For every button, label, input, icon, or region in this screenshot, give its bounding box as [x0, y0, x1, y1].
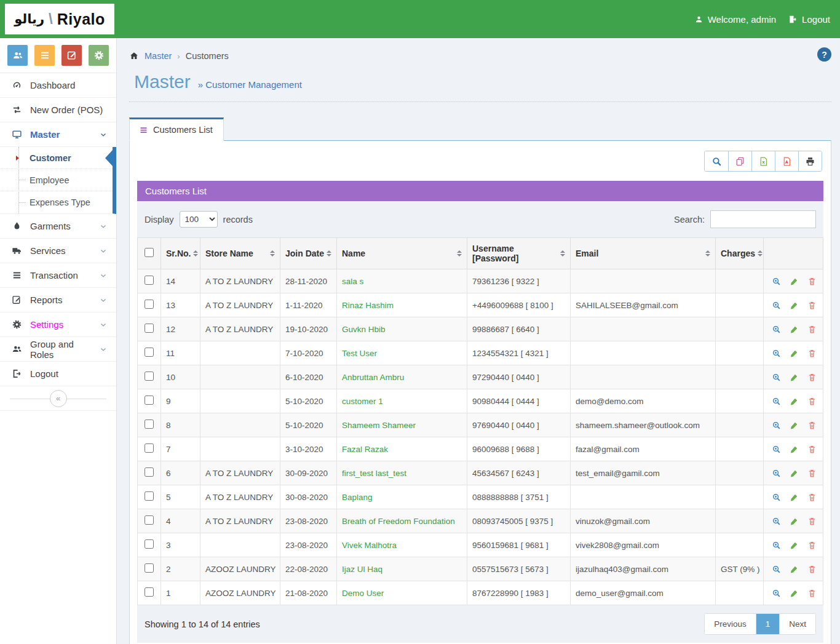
sidebar-item-logout[interactable]: Logout	[0, 362, 116, 386]
sidebar-item-customer[interactable]: Customer	[0, 147, 113, 169]
copy-button[interactable]	[728, 151, 751, 171]
row-checkbox[interactable]	[145, 539, 154, 549]
view-icon[interactable]	[772, 421, 781, 430]
select-all-checkbox[interactable]	[145, 248, 154, 257]
delete-icon[interactable]	[807, 397, 817, 406]
customer-name-link[interactable]: Anbruttan Ambru	[342, 373, 404, 382]
delete-icon[interactable]	[807, 277, 817, 286]
sidebar-item-employee[interactable]: Employee	[0, 169, 113, 191]
next-page-button[interactable]: Next	[779, 614, 815, 634]
edit-icon[interactable]	[790, 349, 799, 358]
quick-users-button[interactable]	[7, 45, 28, 66]
row-checkbox[interactable]	[145, 396, 154, 405]
customer-name-link[interactable]: Test User	[342, 349, 377, 358]
customer-name-link[interactable]: Shameem Shameer	[342, 421, 416, 430]
row-checkbox[interactable]	[145, 419, 154, 429]
page-1-button[interactable]: 1	[756, 614, 780, 634]
delete-icon[interactable]	[807, 565, 817, 574]
quick-list-button[interactable]	[34, 45, 55, 66]
logout-button[interactable]: Logout	[788, 14, 830, 25]
row-checkbox[interactable]	[145, 276, 154, 285]
column-store-name[interactable]: Store Name	[200, 238, 280, 269]
column-sr-no[interactable]: Sr.No.	[161, 238, 200, 269]
view-icon[interactable]	[772, 277, 781, 286]
sidebar-item-master[interactable]: Master	[0, 122, 116, 147]
delete-icon[interactable]	[807, 445, 817, 454]
sidebar-item-expenses-type[interactable]: Expenses Type	[0, 191, 113, 213]
row-checkbox[interactable]	[145, 467, 154, 477]
sidebar-item-reports[interactable]: Reports	[0, 288, 116, 312]
row-checkbox[interactable]	[145, 300, 154, 309]
tab-customers-list[interactable]: Customers List	[129, 117, 224, 141]
view-icon[interactable]	[772, 373, 781, 382]
row-checkbox[interactable]	[145, 324, 154, 333]
edit-icon[interactable]	[790, 301, 799, 310]
column-charges[interactable]: Charges	[716, 238, 764, 269]
sidebar-item-settings[interactable]: Settings	[0, 312, 116, 337]
export-excel-button[interactable]: x	[751, 151, 775, 171]
customer-name-link[interactable]: Vivek Malhotra	[342, 541, 397, 550]
customer-name-link[interactable]: Ijaz Ul Haq	[342, 565, 382, 574]
row-checkbox[interactable]	[145, 372, 154, 381]
row-checkbox[interactable]	[145, 443, 154, 453]
row-checkbox[interactable]	[145, 348, 154, 357]
row-checkbox[interactable]	[145, 491, 154, 501]
column-join-date[interactable]: Join Date	[280, 238, 337, 269]
view-icon[interactable]	[772, 445, 781, 454]
customer-name-link[interactable]: customer 1	[342, 397, 383, 406]
delete-icon[interactable]	[807, 421, 817, 430]
view-icon[interactable]	[772, 541, 781, 550]
view-icon[interactable]	[772, 493, 781, 502]
delete-icon[interactable]	[807, 301, 817, 310]
sidebar-item-new-order[interactable]: New Order (POS)	[0, 98, 116, 122]
customer-name-link[interactable]: Fazal Razak	[342, 445, 388, 454]
edit-icon[interactable]	[790, 397, 799, 406]
column-username[interactable]: Username [Password]	[467, 238, 571, 269]
quick-settings-button[interactable]	[89, 45, 109, 66]
search-button[interactable]	[705, 151, 728, 171]
edit-icon[interactable]	[790, 541, 799, 550]
breadcrumb-master-link[interactable]: Master	[145, 51, 172, 61]
delete-icon[interactable]	[807, 373, 817, 382]
sidebar-collapse-button[interactable]: «	[50, 390, 67, 407]
customer-name-link[interactable]: sala s	[342, 277, 363, 286]
view-icon[interactable]	[772, 397, 781, 406]
delete-icon[interactable]	[807, 517, 817, 526]
sidebar-item-services[interactable]: Services	[0, 239, 116, 263]
delete-icon[interactable]	[807, 469, 817, 478]
search-input[interactable]	[710, 210, 816, 228]
help-button[interactable]: ?	[817, 47, 831, 62]
view-icon[interactable]	[772, 349, 781, 358]
customer-name-link[interactable]: Guvkn Hbib	[342, 325, 386, 334]
export-pdf-button[interactable]: A	[775, 151, 798, 171]
edit-icon[interactable]	[790, 445, 799, 454]
view-icon[interactable]	[772, 517, 781, 526]
edit-icon[interactable]	[790, 493, 799, 502]
view-icon[interactable]	[772, 565, 781, 574]
edit-icon[interactable]	[790, 325, 799, 334]
edit-icon[interactable]	[790, 565, 799, 574]
print-button[interactable]	[798, 151, 822, 171]
view-icon[interactable]	[772, 469, 781, 478]
home-icon[interactable]	[129, 51, 139, 61]
delete-icon[interactable]	[807, 493, 817, 502]
sidebar-item-transaction[interactable]: Transaction	[0, 263, 116, 288]
edit-icon[interactable]	[790, 373, 799, 382]
delete-icon[interactable]	[807, 541, 817, 550]
customer-name-link[interactable]: Rinaz Hashim	[342, 301, 394, 310]
customer-name-link[interactable]: first_test last_test	[342, 469, 406, 478]
row-checkbox[interactable]	[145, 563, 154, 573]
view-icon[interactable]	[772, 301, 781, 310]
delete-icon[interactable]	[807, 349, 817, 358]
delete-icon[interactable]	[807, 589, 817, 598]
edit-icon[interactable]	[790, 589, 799, 598]
column-name[interactable]: Name	[337, 238, 467, 269]
sidebar-item-dashboard[interactable]: Dashboard	[0, 73, 116, 98]
view-icon[interactable]	[772, 589, 781, 598]
customer-name-link[interactable]: Breath of Freedom Foundation	[342, 517, 455, 526]
edit-icon[interactable]	[790, 277, 799, 286]
quick-edit-button[interactable]	[61, 45, 82, 66]
column-email[interactable]: Email	[571, 238, 716, 269]
logo[interactable]: ريالو \ Riyalo	[5, 4, 114, 34]
sidebar-item-garments[interactable]: Garments	[0, 214, 116, 239]
